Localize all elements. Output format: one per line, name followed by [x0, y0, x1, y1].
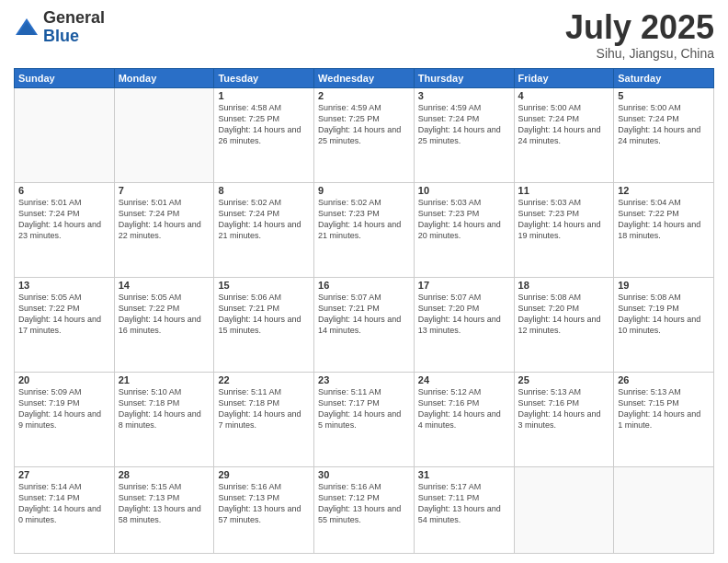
calendar-cell: 17Sunrise: 5:07 AMSunset: 7:20 PMDayligh… [414, 277, 514, 372]
day-info: Sunrise: 5:01 AMSunset: 7:24 PMDaylight:… [119, 197, 210, 242]
calendar-cell: 4Sunrise: 5:00 AMSunset: 7:24 PMDaylight… [514, 87, 614, 182]
day-number: 1 [218, 90, 310, 101]
calendar-cell: 24Sunrise: 5:12 AMSunset: 7:16 PMDayligh… [414, 372, 514, 466]
day-number: 25 [518, 374, 610, 385]
calendar-cell: 18Sunrise: 5:08 AMSunset: 7:20 PMDayligh… [514, 277, 614, 372]
day-info: Sunrise: 5:11 AMSunset: 7:17 PMDaylight:… [318, 386, 410, 431]
day-number: 12 [618, 185, 710, 196]
day-info: Sunrise: 5:10 AMSunset: 7:18 PMDaylight:… [119, 386, 210, 431]
day-number: 5 [618, 90, 710, 101]
header: General Blue July 2025 Sihu, Jiangsu, Ch… [14, 9, 714, 61]
calendar-cell [114, 87, 214, 182]
day-info: Sunrise: 5:11 AMSunset: 7:18 PMDaylight:… [218, 386, 310, 431]
day-info: Sunrise: 5:15 AMSunset: 7:13 PMDaylight:… [119, 481, 210, 526]
day-info: Sunrise: 5:06 AMSunset: 7:21 PMDaylight:… [218, 292, 310, 337]
day-number: 7 [119, 185, 210, 196]
day-number: 20 [18, 374, 110, 385]
day-number: 11 [518, 185, 610, 196]
calendar-cell: 3Sunrise: 4:59 AMSunset: 7:24 PMDaylight… [414, 87, 514, 182]
calendar-week-row: 1Sunrise: 4:58 AMSunset: 7:25 PMDaylight… [15, 87, 714, 182]
calendar-cell: 6Sunrise: 5:01 AMSunset: 7:24 PMDaylight… [15, 182, 115, 277]
day-number: 16 [318, 280, 410, 291]
day-number: 2 [318, 90, 410, 101]
day-number: 18 [518, 280, 610, 291]
calendar-cell: 31Sunrise: 5:17 AMSunset: 7:11 PMDayligh… [414, 466, 514, 553]
day-number: 29 [218, 469, 310, 480]
title-block: July 2025 Sihu, Jiangsu, China [565, 9, 714, 61]
calendar-cell: 2Sunrise: 4:59 AMSunset: 7:25 PMDaylight… [314, 87, 415, 182]
calendar-cell: 29Sunrise: 5:16 AMSunset: 7:13 PMDayligh… [214, 466, 314, 553]
day-info: Sunrise: 5:00 AMSunset: 7:24 PMDaylight:… [618, 102, 710, 147]
day-number: 24 [418, 374, 510, 385]
day-info: Sunrise: 5:01 AMSunset: 7:24 PMDaylight:… [18, 197, 110, 242]
day-info: Sunrise: 5:16 AMSunset: 7:13 PMDaylight:… [218, 481, 310, 526]
calendar-cell: 13Sunrise: 5:05 AMSunset: 7:22 PMDayligh… [15, 277, 115, 372]
day-info: Sunrise: 5:02 AMSunset: 7:24 PMDaylight:… [218, 197, 310, 242]
calendar-cell [15, 87, 115, 182]
day-number: 6 [18, 185, 110, 196]
day-number: 26 [618, 374, 710, 385]
day-number: 4 [518, 90, 610, 101]
calendar-cell: 15Sunrise: 5:06 AMSunset: 7:21 PMDayligh… [214, 277, 314, 372]
day-info: Sunrise: 5:17 AMSunset: 7:11 PMDaylight:… [418, 481, 510, 526]
day-number: 15 [218, 280, 310, 291]
day-number: 23 [318, 374, 410, 385]
day-info: Sunrise: 5:05 AMSunset: 7:22 PMDaylight:… [119, 292, 210, 337]
calendar-cell [514, 466, 614, 553]
calendar-cell: 21Sunrise: 5:10 AMSunset: 7:18 PMDayligh… [114, 372, 214, 466]
calendar-cell: 22Sunrise: 5:11 AMSunset: 7:18 PMDayligh… [214, 372, 314, 466]
calendar-cell: 9Sunrise: 5:02 AMSunset: 7:23 PMDaylight… [314, 182, 415, 277]
day-info: Sunrise: 5:00 AMSunset: 7:24 PMDaylight:… [518, 102, 610, 147]
day-number: 28 [119, 469, 210, 480]
calendar-cell: 20Sunrise: 5:09 AMSunset: 7:19 PMDayligh… [15, 372, 115, 466]
day-header-monday: Monday [114, 68, 214, 87]
day-info: Sunrise: 5:07 AMSunset: 7:20 PMDaylight:… [418, 292, 510, 337]
calendar-cell: 1Sunrise: 4:58 AMSunset: 7:25 PMDaylight… [214, 87, 314, 182]
day-info: Sunrise: 5:16 AMSunset: 7:12 PMDaylight:… [318, 481, 410, 526]
logo-text: General Blue [43, 9, 105, 46]
calendar-week-row: 20Sunrise: 5:09 AMSunset: 7:19 PMDayligh… [15, 372, 714, 466]
logo-blue: Blue [43, 28, 105, 46]
calendar-cell: 26Sunrise: 5:13 AMSunset: 7:15 PMDayligh… [614, 372, 714, 466]
day-info: Sunrise: 4:59 AMSunset: 7:25 PMDaylight:… [318, 102, 410, 147]
calendar-header-row: SundayMondayTuesdayWednesdayThursdayFrid… [15, 68, 714, 87]
day-number: 21 [119, 374, 210, 385]
calendar-week-row: 13Sunrise: 5:05 AMSunset: 7:22 PMDayligh… [15, 277, 714, 372]
logo-icon [14, 15, 40, 40]
day-number: 27 [18, 469, 110, 480]
day-info: Sunrise: 5:02 AMSunset: 7:23 PMDaylight:… [318, 197, 410, 242]
day-header-tuesday: Tuesday [214, 68, 314, 87]
calendar-cell: 11Sunrise: 5:03 AMSunset: 7:23 PMDayligh… [514, 182, 614, 277]
month-title: July 2025 [565, 9, 714, 46]
day-info: Sunrise: 5:04 AMSunset: 7:22 PMDaylight:… [618, 197, 710, 242]
day-info: Sunrise: 5:13 AMSunset: 7:15 PMDaylight:… [618, 386, 710, 431]
day-info: Sunrise: 5:13 AMSunset: 7:16 PMDaylight:… [518, 386, 610, 431]
calendar-cell: 19Sunrise: 5:08 AMSunset: 7:19 PMDayligh… [614, 277, 714, 372]
calendar-cell: 8Sunrise: 5:02 AMSunset: 7:24 PMDaylight… [214, 182, 314, 277]
calendar-cell: 30Sunrise: 5:16 AMSunset: 7:12 PMDayligh… [314, 466, 415, 553]
day-info: Sunrise: 5:07 AMSunset: 7:21 PMDaylight:… [318, 292, 410, 337]
day-number: 14 [119, 280, 210, 291]
calendar-cell: 27Sunrise: 5:14 AMSunset: 7:14 PMDayligh… [15, 466, 115, 553]
day-header-saturday: Saturday [614, 68, 714, 87]
day-header-wednesday: Wednesday [314, 68, 415, 87]
calendar-week-row: 6Sunrise: 5:01 AMSunset: 7:24 PMDaylight… [15, 182, 714, 277]
day-number: 30 [318, 469, 410, 480]
location: Sihu, Jiangsu, China [565, 46, 714, 61]
logo-general: General [43, 9, 105, 28]
day-header-sunday: Sunday [15, 68, 115, 87]
day-number: 10 [418, 185, 510, 196]
calendar-cell: 14Sunrise: 5:05 AMSunset: 7:22 PMDayligh… [114, 277, 214, 372]
calendar-cell: 7Sunrise: 5:01 AMSunset: 7:24 PMDaylight… [114, 182, 214, 277]
logo: General Blue [14, 9, 105, 46]
day-info: Sunrise: 4:58 AMSunset: 7:25 PMDaylight:… [218, 102, 310, 147]
calendar-table: SundayMondayTuesdayWednesdayThursdayFrid… [14, 68, 714, 554]
day-number: 3 [418, 90, 510, 101]
day-info: Sunrise: 5:08 AMSunset: 7:19 PMDaylight:… [618, 292, 710, 337]
calendar-cell: 23Sunrise: 5:11 AMSunset: 7:17 PMDayligh… [314, 372, 415, 466]
calendar-page: General Blue July 2025 Sihu, Jiangsu, Ch… [0, 0, 728, 563]
day-number: 22 [218, 374, 310, 385]
day-number: 19 [618, 280, 710, 291]
day-header-thursday: Thursday [414, 68, 514, 87]
calendar-week-row: 27Sunrise: 5:14 AMSunset: 7:14 PMDayligh… [15, 466, 714, 553]
